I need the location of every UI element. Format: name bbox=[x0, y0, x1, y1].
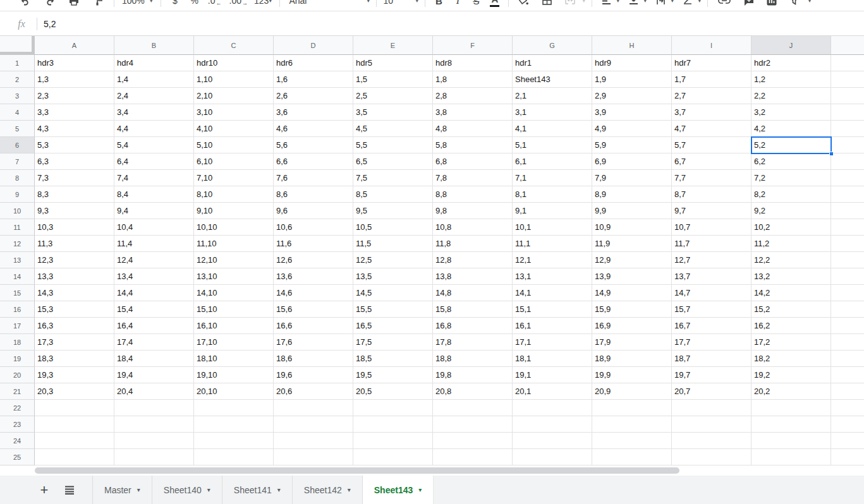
increase-decimal-button[interactable]: .00→ bbox=[229, 0, 248, 6]
cell-partial-7[interactable] bbox=[831, 153, 864, 170]
cell-j23[interactable] bbox=[751, 416, 831, 433]
cell-j9[interactable]: 8,2 bbox=[751, 186, 831, 203]
cell-h24[interactable] bbox=[592, 433, 672, 449]
cell-b1[interactable]: hdr4 bbox=[114, 55, 194, 71]
cell-h5[interactable]: 4,9 bbox=[592, 121, 672, 137]
horizontal-scrollbar[interactable] bbox=[35, 467, 679, 474]
cell-g6[interactable]: 5,1 bbox=[513, 137, 592, 153]
cell-f23[interactable] bbox=[433, 416, 513, 433]
cell-h25[interactable] bbox=[592, 449, 672, 465]
cell-d9[interactable]: 8,6 bbox=[274, 186, 353, 203]
cell-c13[interactable]: 12,10 bbox=[194, 252, 274, 268]
cell-j22[interactable] bbox=[751, 400, 831, 416]
cell-c25[interactable] bbox=[194, 449, 274, 465]
row-header-9[interactable]: 9 bbox=[0, 186, 35, 203]
cell-d15[interactable]: 14,6 bbox=[274, 285, 353, 301]
cell-h10[interactable]: 9,9 bbox=[592, 203, 672, 219]
cell-f13[interactable]: 12,8 bbox=[433, 252, 513, 268]
cell-d25[interactable] bbox=[274, 449, 353, 465]
cell-g11[interactable]: 10,1 bbox=[513, 219, 592, 236]
row-header-11[interactable]: 11 bbox=[0, 219, 35, 236]
cell-d11[interactable]: 10,6 bbox=[274, 219, 353, 236]
cell-g3[interactable]: 2,1 bbox=[513, 88, 592, 104]
cell-g24[interactable] bbox=[513, 433, 592, 449]
undo-icon[interactable] bbox=[18, 0, 32, 6]
cell-h1[interactable]: hdr9 bbox=[592, 55, 672, 71]
cell-g17[interactable]: 16,1 bbox=[513, 318, 592, 334]
decrease-decimal-button[interactable]: .0← bbox=[208, 0, 222, 6]
column-header-j[interactable]: J bbox=[751, 36, 831, 55]
cell-i12[interactable]: 11,7 bbox=[672, 236, 751, 252]
cell-c9[interactable]: 8,10 bbox=[194, 186, 274, 203]
row-header-18[interactable]: 18 bbox=[0, 334, 35, 351]
cell-a17[interactable]: 16,3 bbox=[35, 318, 114, 334]
cell-a23[interactable] bbox=[35, 416, 114, 433]
cell-d2[interactable]: 1,6 bbox=[274, 71, 353, 88]
text-color-button[interactable]: A bbox=[490, 0, 499, 7]
cell-e4[interactable]: 3,5 bbox=[353, 104, 433, 121]
tab-sheet142[interactable]: Sheet142▾ bbox=[293, 476, 363, 504]
cell-partial-1[interactable] bbox=[831, 55, 864, 71]
cell-h16[interactable]: 15,9 bbox=[592, 301, 672, 318]
cell-c14[interactable]: 13,10 bbox=[194, 268, 274, 285]
cell-c7[interactable]: 6,10 bbox=[194, 153, 274, 170]
cell-h14[interactable]: 13,9 bbox=[592, 268, 672, 285]
cell-c5[interactable]: 4,10 bbox=[194, 121, 274, 137]
cell-i14[interactable]: 13,7 bbox=[672, 268, 751, 285]
cell-d23[interactable] bbox=[274, 416, 353, 433]
cell-f16[interactable]: 15,8 bbox=[433, 301, 513, 318]
cell-partial-22[interactable] bbox=[831, 400, 864, 416]
cell-h4[interactable]: 3,9 bbox=[592, 104, 672, 121]
column-header-d[interactable]: D bbox=[274, 36, 353, 55]
cell-c6[interactable]: 5,10 bbox=[194, 137, 274, 153]
cell-a2[interactable]: 1,3 bbox=[35, 71, 114, 88]
cell-d1[interactable]: hdr6 bbox=[274, 55, 353, 71]
column-header-partial[interactable] bbox=[831, 36, 864, 55]
cell-i2[interactable]: 1,7 bbox=[672, 71, 751, 88]
cell-d3[interactable]: 2,6 bbox=[274, 88, 353, 104]
row-header-25[interactable]: 25 bbox=[0, 449, 35, 465]
cell-h13[interactable]: 12,9 bbox=[592, 252, 672, 268]
cell-c21[interactable]: 20,10 bbox=[194, 383, 274, 400]
cell-partial-20[interactable] bbox=[831, 367, 864, 383]
paint-format-icon[interactable] bbox=[91, 0, 104, 6]
cell-f25[interactable] bbox=[433, 449, 513, 465]
format-currency-button[interactable]: $ bbox=[170, 0, 180, 6]
cell-e10[interactable]: 9,5 bbox=[353, 203, 433, 219]
cell-g5[interactable]: 4,1 bbox=[513, 121, 592, 137]
cell-b2[interactable]: 1,4 bbox=[114, 71, 194, 88]
row-header-7[interactable]: 7 bbox=[0, 153, 35, 170]
cell-d8[interactable]: 7,6 bbox=[274, 170, 353, 186]
cell-partial-18[interactable] bbox=[831, 334, 864, 351]
chevron-down-icon[interactable]: ▾ bbox=[643, 0, 647, 4]
cell-e19[interactable]: 18,5 bbox=[353, 351, 433, 367]
row-header-19[interactable]: 19 bbox=[0, 351, 35, 367]
cell-e23[interactable] bbox=[353, 416, 433, 433]
cell-e3[interactable]: 2,5 bbox=[353, 88, 433, 104]
cell-h12[interactable]: 11,9 bbox=[592, 236, 672, 252]
cell-b19[interactable]: 18,4 bbox=[114, 351, 194, 367]
cell-h22[interactable] bbox=[592, 400, 672, 416]
zoom-select[interactable]: 100% ▾ bbox=[122, 0, 153, 6]
row-header-14[interactable]: 14 bbox=[0, 268, 35, 285]
cell-a19[interactable]: 18,3 bbox=[35, 351, 114, 367]
cell-j15[interactable]: 14,2 bbox=[751, 285, 831, 301]
column-header-b[interactable]: B bbox=[114, 36, 194, 55]
cell-b7[interactable]: 6,4 bbox=[114, 153, 194, 170]
cell-e17[interactable]: 16,5 bbox=[353, 318, 433, 334]
cell-b13[interactable]: 12,4 bbox=[114, 252, 194, 268]
cell-partial-15[interactable] bbox=[831, 285, 864, 301]
cell-j11[interactable]: 10,2 bbox=[751, 219, 831, 236]
row-header-13[interactable]: 13 bbox=[0, 252, 35, 268]
cell-f11[interactable]: 10,8 bbox=[433, 219, 513, 236]
cell-e14[interactable]: 13,5 bbox=[353, 268, 433, 285]
vertical-align-icon[interactable] bbox=[627, 0, 640, 6]
cell-g20[interactable]: 19,1 bbox=[513, 367, 592, 383]
italic-button[interactable]: I bbox=[453, 0, 462, 6]
cell-partial-16[interactable] bbox=[831, 301, 864, 318]
cell-i16[interactable]: 15,7 bbox=[672, 301, 751, 318]
cell-b22[interactable] bbox=[114, 400, 194, 416]
cell-h7[interactable]: 6,9 bbox=[592, 153, 672, 170]
cell-j24[interactable] bbox=[751, 433, 831, 449]
cell-b11[interactable]: 10,4 bbox=[114, 219, 194, 236]
